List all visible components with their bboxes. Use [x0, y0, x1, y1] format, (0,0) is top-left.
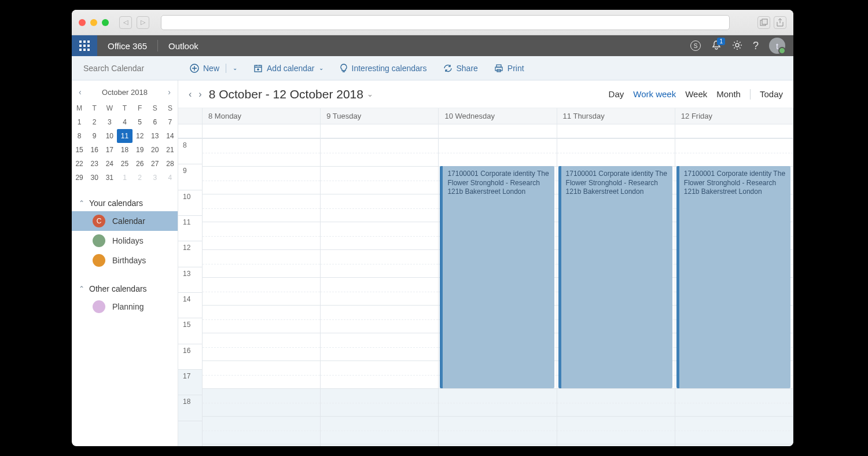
time-slot[interactable]	[203, 166, 320, 194]
mini-day-cell[interactable]: 29	[72, 171, 87, 185]
mini-day-cell[interactable]: 19	[133, 143, 148, 157]
day-header[interactable]: 11 Thursday	[557, 108, 675, 124]
settings-button[interactable]	[732, 40, 742, 52]
day-column[interactable]: 17100001 Corporate identity The Flower S…	[439, 138, 557, 446]
mini-day-cell[interactable]: 17	[102, 143, 117, 157]
mini-calendar[interactable]: MTWTFSS 12345678910111213141516171819202…	[72, 101, 178, 185]
share-button[interactable]: Share	[443, 64, 478, 73]
calendar-event[interactable]: 17100001 Corporate identity The Flower S…	[558, 166, 672, 388]
day-column[interactable]: 17100001 Corporate identity The Flower S…	[675, 138, 793, 446]
new-button[interactable]: New ⌄	[190, 64, 237, 73]
time-slot[interactable]	[675, 444, 793, 446]
search-input[interactable]	[83, 64, 185, 73]
prev-month-button[interactable]: ‹	[79, 87, 82, 97]
time-slot[interactable]	[321, 305, 438, 333]
time-slot[interactable]	[203, 416, 320, 444]
time-slot[interactable]	[203, 222, 320, 249]
time-slot[interactable]	[675, 388, 793, 416]
mini-day-cell[interactable]: 13	[148, 129, 163, 143]
allday-cell[interactable]	[203, 124, 321, 138]
prev-range-button[interactable]: ‹	[189, 89, 192, 100]
day-header[interactable]: 9 Tuesday	[321, 108, 439, 124]
mini-day-cell[interactable]: 31	[102, 171, 117, 185]
browser-back-button[interactable]: ◁	[119, 16, 132, 29]
time-slot[interactable]	[439, 416, 556, 444]
mini-day-cell[interactable]: 27	[148, 157, 163, 171]
day-header[interactable]: 10 Wednesday	[439, 108, 557, 124]
calendar-item[interactable]: Planning	[72, 297, 178, 317]
minimize-window-button[interactable]	[90, 19, 97, 26]
next-range-button[interactable]: ›	[198, 89, 201, 100]
next-month-button[interactable]: ›	[168, 87, 171, 97]
time-slot[interactable]	[321, 138, 438, 166]
mini-day-cell[interactable]: 14	[163, 129, 178, 143]
allday-cell[interactable]	[557, 124, 675, 138]
time-slot[interactable]	[675, 416, 793, 444]
close-window-button[interactable]	[79, 19, 86, 26]
calendar-item[interactable]: Holidays	[72, 231, 178, 251]
search-calendar[interactable]	[72, 63, 178, 73]
time-slot[interactable]	[203, 388, 320, 416]
time-slot[interactable]	[321, 333, 438, 361]
view-week[interactable]: Week	[685, 89, 707, 99]
mini-day-cell[interactable]: 24	[102, 157, 117, 171]
mini-day-cell[interactable]: 2	[87, 115, 102, 129]
time-slot[interactable]	[557, 138, 675, 166]
mini-day-cell[interactable]: 3	[148, 171, 163, 185]
view-day[interactable]: Day	[609, 89, 624, 99]
add-calendar-button[interactable]: Add calendar ⌄	[253, 64, 323, 73]
mini-day-cell[interactable]: 3	[102, 115, 117, 129]
time-slot[interactable]	[675, 138, 793, 166]
mini-day-cell[interactable]: 10	[102, 129, 117, 143]
mini-day-cell[interactable]: 2	[133, 171, 148, 185]
time-slot[interactable]	[203, 444, 320, 446]
zoom-window-button[interactable]	[102, 19, 109, 26]
day-header[interactable]: 12 Friday	[675, 108, 793, 124]
mini-day-cell[interactable]: 25	[117, 157, 132, 171]
your-calendars-header[interactable]: ⌃ Your calendars	[72, 195, 178, 211]
day-header[interactable]: 8 Monday	[203, 108, 321, 124]
time-slot[interactable]	[321, 388, 438, 416]
time-slot[interactable]	[439, 444, 556, 446]
time-slot[interactable]	[557, 444, 675, 446]
mini-day-cell[interactable]: 11	[117, 129, 132, 143]
view-work-week[interactable]: Work week	[633, 89, 676, 99]
tabs-icon[interactable]	[757, 16, 770, 29]
time-grid[interactable]: 89101112131415161718 17100001 Corporate …	[178, 138, 793, 446]
time-slot[interactable]	[321, 361, 438, 388]
time-slot[interactable]	[321, 416, 438, 444]
user-avatar[interactable]: t	[769, 38, 785, 54]
notifications-button[interactable]: 1	[711, 40, 722, 52]
app-launcher-button[interactable]	[72, 35, 97, 56]
time-slot[interactable]	[557, 388, 675, 416]
mini-day-cell[interactable]: 15	[72, 143, 87, 157]
time-slot[interactable]	[321, 444, 438, 446]
view-today[interactable]: Today	[760, 89, 783, 99]
share-icon[interactable]	[774, 16, 786, 29]
calendar-item[interactable]: Birthdays	[72, 251, 178, 270]
mini-day-cell[interactable]: 22	[72, 157, 87, 171]
skype-icon[interactable]: S	[690, 41, 701, 51]
mini-day-cell[interactable]: 21	[163, 143, 178, 157]
browser-forward-button[interactable]: ▷	[137, 16, 149, 29]
mini-day-cell[interactable]: 5	[133, 115, 148, 129]
mini-day-cell[interactable]: 16	[87, 143, 102, 157]
mini-day-cell[interactable]: 18	[117, 143, 132, 157]
mini-day-cell[interactable]: 6	[148, 115, 163, 129]
range-title-dropdown[interactable]: 8 October - 12 October 2018 ⌄	[209, 87, 373, 101]
day-column[interactable]	[321, 138, 439, 446]
time-slot[interactable]	[557, 416, 675, 444]
day-column[interactable]: 17100001 Corporate identity The Flower S…	[557, 138, 675, 446]
time-slot[interactable]	[203, 249, 320, 277]
mini-day-cell[interactable]: 4	[117, 115, 132, 129]
brand-outlook[interactable]: Outlook	[168, 41, 198, 51]
time-slot[interactable]	[439, 138, 556, 166]
allday-cell[interactable]	[321, 124, 439, 138]
mini-day-cell[interactable]: 23	[87, 157, 102, 171]
other-calendars-header[interactable]: ⌃ Other calendars	[72, 281, 178, 297]
mini-day-cell[interactable]: 9	[87, 129, 102, 143]
time-slot[interactable]	[203, 305, 320, 333]
time-slot[interactable]	[321, 194, 438, 222]
help-button[interactable]: ?	[753, 40, 759, 52]
mini-day-cell[interactable]: 30	[87, 171, 102, 185]
